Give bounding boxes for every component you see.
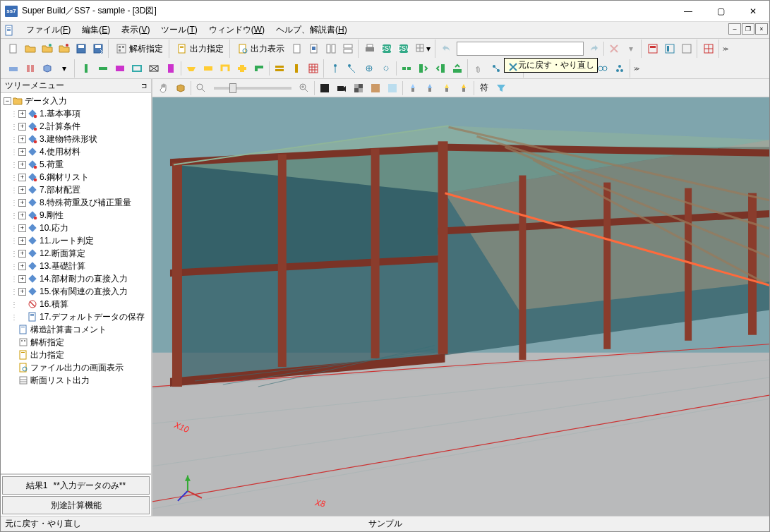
zoom-icon[interactable] (193, 80, 209, 96)
csv-in-icon[interactable]: csv (379, 41, 395, 56)
light4-icon[interactable] (456, 80, 471, 96)
node3-icon[interactable] (361, 61, 377, 76)
tree-item[interactable]: ⋮+11.ルート判定 (1, 234, 151, 247)
output-spec-button[interactable]: 出力指定 (173, 41, 227, 56)
shape-x-icon[interactable] (146, 61, 162, 76)
attach2-icon[interactable] (488, 61, 504, 76)
zoom-slider[interactable] (214, 87, 291, 90)
shape-beam1-icon[interactable] (272, 61, 287, 76)
shape-yellow-icon[interactable] (184, 61, 199, 76)
tree-extra-item[interactable]: ⋮構造計算書コメント (1, 323, 151, 336)
tree-item[interactable]: ⋮16.積算 (1, 298, 151, 310)
tree-item[interactable]: ⋮+8.特殊荷重及び補正重量 (1, 196, 151, 209)
save-icon[interactable] (73, 41, 89, 56)
doc2-icon[interactable] (306, 41, 322, 56)
expand-icon[interactable]: + (18, 174, 26, 181)
view-3d-icon[interactable] (40, 61, 55, 76)
toolbar2-overflow[interactable]: ≫ (632, 66, 642, 72)
expand-icon[interactable]: + (18, 250, 26, 258)
layout1-icon[interactable] (645, 41, 661, 56)
expand-icon[interactable]: + (18, 148, 26, 156)
tree-item[interactable]: ⋮+6.鋼材リスト (1, 171, 151, 183)
grid-red-icon[interactable] (701, 41, 716, 56)
expand-icon[interactable]: + (18, 199, 26, 207)
shape-magenta-icon[interactable] (112, 61, 128, 76)
tree-item[interactable]: ⋮+1.基本事項 (1, 107, 151, 120)
undo-icon[interactable] (439, 41, 455, 56)
layout3-icon[interactable] (679, 41, 694, 56)
tree-extra-item[interactable]: ⋮ファイル出力の画面表示 (1, 361, 151, 374)
view-elev-icon[interactable] (23, 61, 38, 76)
expand-icon[interactable]: + (18, 212, 26, 219)
expand-icon[interactable]: + (18, 288, 26, 296)
tree-item[interactable]: ⋮+3.建物特殊形状 (1, 133, 151, 145)
expand-icon[interactable]: + (18, 186, 26, 194)
collapse-icon[interactable]: − (4, 97, 11, 105)
tree-item[interactable]: ⋮+4.使用材料 (1, 145, 151, 158)
analysis-spec-button[interactable]: 解析指定 (112, 41, 167, 56)
shape-cyan-icon[interactable] (129, 61, 145, 76)
shape-beam2-icon[interactable] (289, 61, 304, 76)
menu-tool[interactable]: ツール(T) (155, 23, 203, 37)
link1-icon[interactable] (399, 61, 414, 76)
link3-icon[interactable] (433, 61, 448, 76)
tree-item[interactable]: ⋮+7.部材配置 (1, 183, 151, 196)
extra-calc-button[interactable]: 別途計算機能 (2, 496, 150, 514)
grid-dropdown-icon[interactable]: ▾ (413, 41, 433, 56)
shape-magenta2-icon[interactable] (163, 61, 179, 76)
shape-grid-icon[interactable] (306, 61, 321, 76)
doc4-icon[interactable] (340, 41, 356, 56)
light1-icon[interactable] (405, 80, 421, 96)
link2-icon[interactable] (416, 61, 431, 76)
camera-icon[interactable] (334, 80, 349, 96)
light2-icon[interactable] (422, 80, 438, 96)
maximize-button[interactable]: ▢ (704, 1, 737, 22)
light3-icon[interactable] (439, 80, 455, 96)
history-dropdown[interactable] (457, 42, 584, 56)
checker-icon[interactable] (351, 80, 366, 96)
tree-extra-item[interactable]: ⋮断面リスト出力 (1, 374, 151, 387)
menu-help[interactable]: ヘルプ、解説書(H) (270, 23, 353, 37)
csv-out-icon[interactable]: csv (396, 41, 411, 56)
tree-extra-item[interactable]: ⋮出力指定 (1, 349, 151, 361)
attach1-icon[interactable] (471, 61, 487, 76)
expand-icon[interactable]: + (18, 275, 26, 283)
tree-item[interactable]: ⋮+10.応力 (1, 222, 151, 234)
menu-edit[interactable]: 編集(E) (76, 23, 116, 37)
shape-yellow2-icon[interactable] (200, 61, 216, 76)
open3-icon[interactable] (56, 41, 72, 56)
expand-icon[interactable]: + (18, 262, 26, 270)
funnel-icon[interactable] (493, 80, 509, 96)
tree-item[interactable]: ⋮+9.剛性 (1, 209, 151, 222)
cube-icon[interactable] (173, 80, 188, 96)
tree-item[interactable]: ⋮+14.部材耐力の直接入力 (1, 272, 151, 285)
hand-icon[interactable] (156, 80, 172, 96)
small-dropdown[interactable]: ▾ (623, 41, 639, 56)
expand-icon[interactable]: + (18, 161, 26, 169)
open-icon[interactable] (23, 41, 38, 56)
doc3-icon[interactable] (323, 41, 339, 56)
view-plan-icon[interactable] (6, 61, 21, 76)
pin-icon[interactable]: ⊓ (140, 83, 148, 89)
node2-icon[interactable] (344, 61, 360, 76)
tree-item[interactable]: ⋮+12.断面算定 (1, 247, 151, 260)
shape-green3-icon[interactable] (251, 61, 267, 76)
mdi-minimize[interactable]: – (728, 23, 741, 35)
tree-item[interactable]: ⋮+5.荷重 (1, 158, 151, 171)
shape-yellow4-icon[interactable] (234, 61, 250, 76)
tree-root[interactable]: − データ入力 (1, 95, 151, 107)
expand-icon[interactable]: + (18, 123, 26, 131)
tree-item[interactable]: ⋮+2.計算条件 (1, 120, 151, 133)
tree-item[interactable]: ⋮+15.保有関連の直接入力 (1, 285, 151, 298)
shape-green2-icon[interactable] (95, 61, 111, 76)
shape-yellow3-icon[interactable] (217, 61, 233, 76)
close-button[interactable]: ✕ (737, 1, 769, 22)
expand-icon[interactable]: + (18, 224, 26, 232)
new-icon[interactable] (6, 41, 21, 56)
mdi-close[interactable]: × (755, 23, 768, 35)
film-icon[interactable] (317, 80, 332, 96)
expand-icon[interactable]: + (18, 110, 26, 118)
checker3-icon[interactable] (385, 80, 400, 96)
delete-x-icon[interactable] (606, 41, 622, 56)
result-button[interactable]: 結果1 **入力データのみ** (2, 476, 150, 495)
